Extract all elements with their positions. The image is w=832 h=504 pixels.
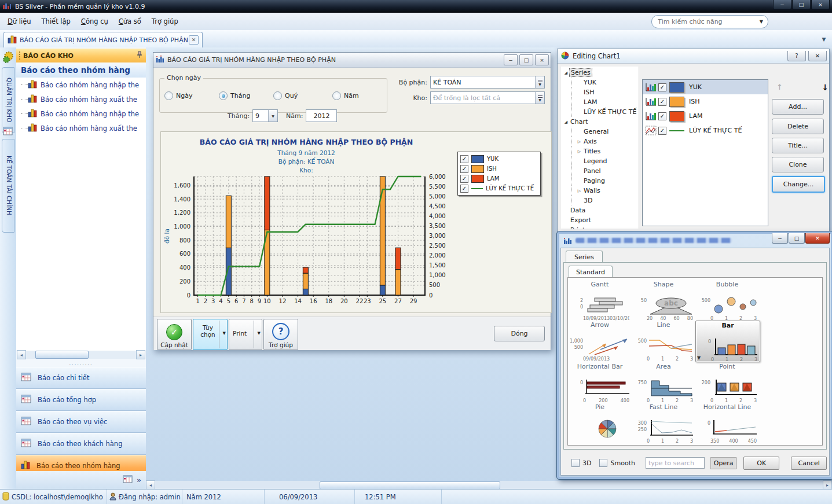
gallery-search-input[interactable] xyxy=(646,457,705,469)
gallery-item-line[interactable]: Line5000123 xyxy=(632,321,695,361)
report-list-item[interactable]: Báo cáo nhóm hàng nhập the xyxy=(16,106,146,121)
tree-node-General[interactable]: General xyxy=(571,127,639,137)
help-icon[interactable]: ? xyxy=(787,51,806,61)
report-list-item[interactable]: Báo cáo nhóm hàng xuất the xyxy=(16,92,146,106)
tree-node-Print[interactable]: Print xyxy=(561,225,639,229)
month-combobox[interactable]: 9 ▼ xyxy=(252,109,278,122)
checkbox-smooth[interactable]: Smooth xyxy=(599,459,635,467)
opera-button[interactable]: Opera xyxy=(710,457,736,469)
sidebar-group-3[interactable]: Báo cáo theo khách hàng xyxy=(16,433,146,455)
print-button[interactable]: Print ▼ xyxy=(229,319,262,350)
table-icon[interactable] xyxy=(123,474,133,485)
add-button[interactable]: Add... xyxy=(772,99,824,115)
title-button[interactable]: Title... xyxy=(772,138,824,153)
menu-item-0[interactable]: Dữ liệu xyxy=(2,15,36,28)
gallery-item-bar[interactable]: Bar00123▼ xyxy=(695,321,760,362)
report-list-item[interactable]: Báo cáo nhóm hàng nhập the xyxy=(16,78,146,92)
gallery-item-area[interactable]: Area7500123 xyxy=(632,362,695,403)
delete-button[interactable]: Delete xyxy=(772,119,824,134)
gallery-item-pie[interactable]: Pie xyxy=(568,403,632,443)
change-button[interactable]: Change... xyxy=(772,176,825,193)
restore-icon[interactable]: □ xyxy=(792,0,811,10)
tree-expander-icon[interactable]: ◢ xyxy=(563,71,569,75)
scroll-right-icon[interactable]: ▸ xyxy=(136,350,145,359)
tree-node-Titles[interactable]: ▷Titles xyxy=(571,146,639,156)
tree-node-Paging[interactable]: Paging xyxy=(571,176,639,186)
year-input[interactable]: 2012 xyxy=(306,109,337,122)
tab-report[interactable]: BÁO CÁO GIÁ TRỊ NHÓM HÀNG NHẬP THEO BỘ P… xyxy=(3,32,203,47)
scroll-left-icon[interactable]: ◂ xyxy=(146,480,155,489)
tree-node-Axis[interactable]: ▷Axis xyxy=(571,137,639,146)
close-report-button[interactable]: Đóng xyxy=(494,326,545,341)
tab-close-icon[interactable]: ✕ xyxy=(189,35,199,45)
gallery-item-hbar[interactable]: Horizontal Bar00200400 xyxy=(568,362,632,403)
series-row-LŨY KẾ THỰC TẾ[interactable]: ✓LŨY KẾ THỰC TẾ xyxy=(643,123,768,138)
function-search-combobox[interactable]: ▼ xyxy=(651,15,768,28)
series-row-YUK[interactable]: ✓YUK xyxy=(643,80,768,94)
legend-entry[interactable]: ✓ISH xyxy=(460,164,538,174)
cancel-button[interactable]: Cancel xyxy=(791,457,827,470)
legend-entry[interactable]: ✓LAM xyxy=(460,174,538,183)
checkbox-icon[interactable]: ✓ xyxy=(460,185,468,193)
pin-icon[interactable] xyxy=(137,51,142,60)
tree-node-YUK[interactable]: YUK xyxy=(571,78,639,87)
editing-dialog-titlebar[interactable]: Editing Chart1 ? ✕ xyxy=(558,49,829,64)
restore-icon[interactable]: □ xyxy=(789,233,805,244)
tabstrip-chevron-icon[interactable]: ▼ xyxy=(819,35,829,43)
checkbox-icon[interactable]: ✓ xyxy=(460,175,468,183)
overflow-chevron-icon[interactable]: » xyxy=(137,476,141,484)
tree-expander-icon[interactable]: ▷ xyxy=(576,149,582,154)
rail-tab-quan-tri-kho[interactable]: QUẢN TRỊ KHO xyxy=(2,67,14,133)
radio-Tháng[interactable]: Tháng xyxy=(219,91,250,100)
mdi-horizontal-scrollbar[interactable]: ◂ ▸ xyxy=(146,481,832,489)
series-row-ISH[interactable]: ✓ISH xyxy=(643,94,768,109)
menu-item-2[interactable]: Công cụ xyxy=(76,15,113,28)
menu-item-3[interactable]: Cửa sổ xyxy=(113,15,146,28)
checkbox-icon[interactable]: ✓ xyxy=(658,127,666,135)
minimize-icon[interactable]: − xyxy=(504,54,518,65)
tree-expander-icon[interactable]: ▷ xyxy=(576,189,582,193)
splitter-handle[interactable]: ......... xyxy=(16,360,146,366)
help-button[interactable]: ? Trợ giúp xyxy=(263,319,298,350)
menu-item-1[interactable]: Thiết lập xyxy=(36,15,76,28)
chevron-down-icon[interactable]: ▼ xyxy=(268,110,277,122)
report-list-item[interactable]: Báo cáo nhóm hàng xuất the xyxy=(16,121,146,135)
combo-list-icon[interactable]: ▼ xyxy=(535,92,544,104)
checkbox-icon[interactable]: ✓ xyxy=(658,83,666,91)
close-icon[interactable]: ✕ xyxy=(808,51,827,61)
combo-list-icon[interactable]: ▼ xyxy=(535,76,544,88)
tree-node-LAM[interactable]: LAM xyxy=(571,97,639,107)
tree-expander-icon[interactable]: ▷ xyxy=(576,139,582,144)
close-icon[interactable]: × xyxy=(535,54,549,65)
gallery-item-point[interactable]: Point2000123 xyxy=(695,362,759,403)
radio-Quý[interactable]: Quý xyxy=(273,91,298,100)
gallery-dialog-titlebar[interactable]: − □ ✕ xyxy=(559,234,831,248)
sidebar-group-0[interactable]: Báo cáo chi tiết xyxy=(16,367,146,389)
tree-node-Chart[interactable]: ◢Chart xyxy=(561,117,639,127)
clone-button[interactable]: Clone xyxy=(772,157,824,172)
tree-node-Legend[interactable]: Legend xyxy=(571,156,639,166)
scrollbar-thumb[interactable] xyxy=(35,351,89,359)
checkbox-icon[interactable]: ✓ xyxy=(658,98,666,106)
gallery-item-harea[interactable]: Horizontal Area01,0001,100 xyxy=(568,443,632,446)
scroll-left-icon[interactable]: ◂ xyxy=(17,350,26,359)
tree-node-ISH[interactable]: ISH xyxy=(571,87,639,97)
options-button[interactable]: Tùy chọn ▼ xyxy=(193,319,228,350)
scroll-right-icon[interactable]: ▸ xyxy=(823,480,832,489)
radio-Ngày[interactable]: Ngày xyxy=(164,91,192,100)
close-icon[interactable]: × xyxy=(811,0,830,10)
move-down-icon[interactable]: ↓ xyxy=(822,83,829,92)
minimize-icon[interactable]: − xyxy=(772,233,788,244)
gallery-item-gantt[interactable]: Gantt2018/09/201303/10/201 xyxy=(568,280,632,321)
function-search-input[interactable] xyxy=(657,17,757,26)
tree-node-Data[interactable]: Data xyxy=(561,205,639,215)
sidebar-header[interactable]: BÁO CÁO KHO xyxy=(16,49,146,63)
move-up-icon[interactable]: ↑ xyxy=(776,83,783,92)
menu-item-4[interactable]: Trợ giúp xyxy=(146,15,184,28)
update-button[interactable]: ✓ Cập nhật xyxy=(157,319,192,350)
tree-node-LŨY KẾ THỰC TẾ[interactable]: LŨY KẾ THỰC TẾ xyxy=(571,107,639,117)
tree-node-Export[interactable]: Export xyxy=(561,215,639,225)
selected-dropdown-icon[interactable]: ▼ xyxy=(697,355,701,360)
checkbox-icon[interactable]: ✓ xyxy=(460,155,468,163)
checkbox-icon[interactable]: ✓ xyxy=(460,165,468,173)
